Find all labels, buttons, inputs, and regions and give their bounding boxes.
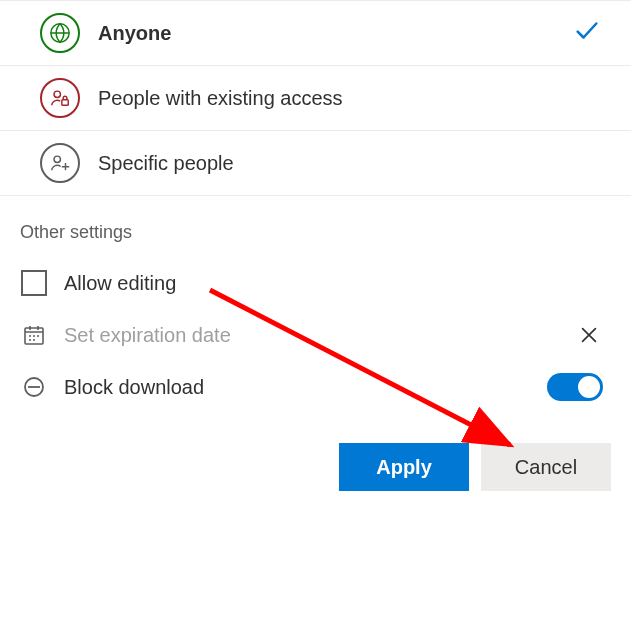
option-existing-label: People with existing access <box>98 87 343 110</box>
expiration-label: Set expiration date <box>64 324 559 347</box>
people-lock-icon <box>40 78 80 118</box>
allow-editing-row[interactable]: Allow editing <box>0 257 631 309</box>
option-specific-people[interactable]: Specific people <box>0 131 631 196</box>
other-settings-heading: Other settings <box>0 196 631 257</box>
block-download-label: Block download <box>64 376 531 399</box>
option-existing-access[interactable]: People with existing access <box>0 66 631 131</box>
checkbox-icon[interactable] <box>20 269 48 297</box>
svg-point-3 <box>54 156 60 162</box>
block-download-toggle[interactable] <box>547 373 603 401</box>
people-add-icon <box>40 143 80 183</box>
toggle-knob <box>578 376 600 398</box>
clear-expiration-button[interactable] <box>575 321 603 349</box>
allow-editing-label: Allow editing <box>64 272 603 295</box>
block-icon <box>20 373 48 401</box>
check-icon <box>573 17 601 50</box>
apply-button[interactable]: Apply <box>339 443 469 491</box>
option-anyone-label: Anyone <box>98 22 171 45</box>
option-specific-label: Specific people <box>98 152 234 175</box>
block-download-row: Block download <box>0 361 631 413</box>
svg-point-1 <box>54 91 60 97</box>
expiration-row[interactable]: Set expiration date <box>0 309 631 361</box>
svg-rect-2 <box>62 100 68 106</box>
allow-editing-checkbox[interactable] <box>21 270 47 296</box>
cancel-button[interactable]: Cancel <box>481 443 611 491</box>
share-scope-list: Anyone People with existing access <box>0 0 631 196</box>
calendar-icon <box>20 321 48 349</box>
dialog-buttons: Apply Cancel <box>0 413 631 491</box>
option-anyone[interactable]: Anyone <box>0 1 631 66</box>
globe-icon <box>40 13 80 53</box>
